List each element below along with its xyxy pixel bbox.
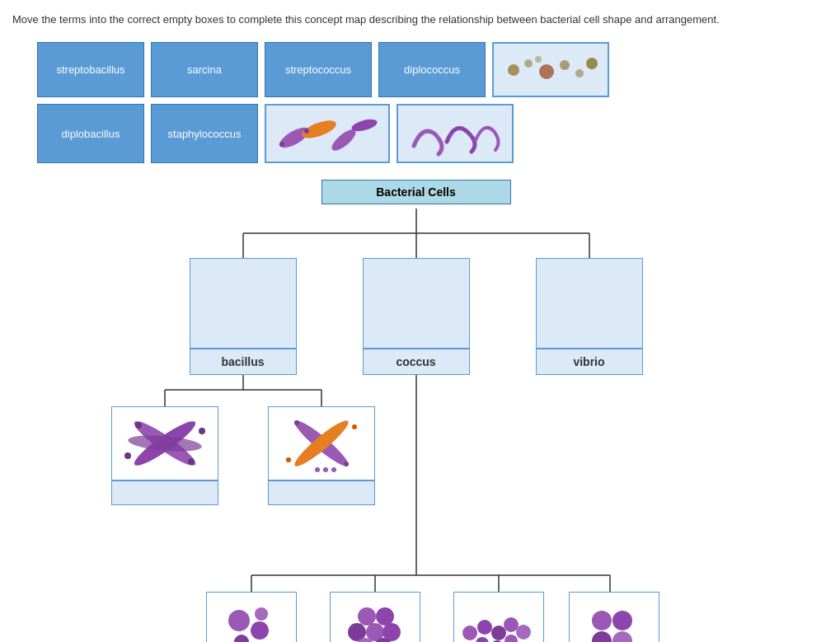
- svg-point-44: [228, 610, 250, 631]
- bacillus-child2-label-box[interactable]: [268, 480, 375, 505]
- coccus-image-box[interactable]: [363, 258, 470, 349]
- drag-area: streptobacillus sarcina streptococcus di…: [12, 42, 828, 163]
- svg-point-32: [188, 458, 195, 465]
- svg-point-59: [516, 625, 531, 640]
- term-rods-image[interactable]: [265, 104, 390, 163]
- coccus-child4-bacteria-icon: [573, 596, 655, 642]
- spirals-bacteria-icon: [401, 109, 509, 158]
- concept-map: Bacterial Cells bacillus coccus vibrio: [82, 180, 758, 642]
- svg-point-62: [504, 635, 518, 642]
- svg-point-3: [560, 60, 570, 70]
- svg-point-31: [135, 422, 142, 429]
- svg-point-0: [508, 64, 519, 76]
- term-sarcina[interactable]: sarcina: [151, 42, 258, 97]
- coccus-child3-bacteria-icon: [458, 596, 540, 642]
- svg-point-56: [477, 620, 492, 635]
- svg-point-65: [592, 631, 612, 642]
- bacillus-child1-image: [111, 406, 218, 480]
- term-spirals-image[interactable]: [397, 104, 514, 163]
- svg-point-34: [199, 428, 205, 434]
- bacillus-child1-bacteria-icon: [115, 410, 214, 476]
- svg-point-43: [331, 467, 336, 472]
- svg-point-1: [524, 59, 533, 68]
- term-staphylococcus[interactable]: staphylococcus: [151, 104, 258, 163]
- svg-point-11: [279, 142, 284, 147]
- coccus-child2-bacteria-icon: [334, 596, 416, 642]
- term-dots-image[interactable]: [492, 42, 609, 97]
- svg-point-5: [586, 58, 598, 69]
- coccus-child2-image: [330, 592, 420, 642]
- instructions-text: Move the terms into the correct empty bo…: [12, 12, 754, 27]
- bacillus-child2-bacteria-icon: [272, 410, 371, 476]
- svg-point-45: [251, 621, 269, 640]
- svg-point-47: [255, 607, 268, 621]
- coccus-child4-image: [569, 592, 659, 642]
- bacillus-label: bacillus: [190, 349, 297, 375]
- term-row-2: diplobacillus staphylococcus: [37, 104, 828, 163]
- svg-point-63: [592, 611, 612, 630]
- term-streptobacillus[interactable]: streptobacillus: [37, 42, 144, 97]
- svg-point-38: [344, 462, 349, 466]
- rods-bacteria-icon: [270, 109, 385, 158]
- svg-point-64: [612, 611, 632, 630]
- svg-point-2: [539, 64, 554, 79]
- svg-point-48: [358, 607, 376, 626]
- svg-point-42: [323, 467, 328, 472]
- term-diplococcus[interactable]: diplococcus: [378, 42, 486, 97]
- svg-point-55: [462, 626, 477, 640]
- svg-point-37: [294, 420, 299, 425]
- coccus-label: coccus: [363, 349, 470, 375]
- svg-point-46: [234, 635, 249, 642]
- bacillus-image-box[interactable]: [190, 258, 297, 349]
- svg-point-60: [476, 637, 489, 642]
- coccus-child1-bacteria-icon: [210, 596, 293, 642]
- svg-point-12: [304, 129, 309, 134]
- svg-point-57: [491, 626, 506, 640]
- bacillus-child1-label-box[interactable]: [111, 480, 218, 505]
- vibrio-image-box[interactable]: [536, 258, 643, 349]
- bacillus-child2-image: [268, 406, 375, 480]
- svg-point-4: [575, 69, 584, 77]
- svg-point-40: [286, 457, 291, 462]
- svg-point-66: [612, 631, 632, 642]
- svg-point-39: [352, 424, 357, 429]
- term-row-1: streptobacillus sarcina streptococcus di…: [37, 42, 828, 97]
- term-streptococcus[interactable]: streptococcus: [265, 42, 372, 97]
- svg-point-30: [127, 433, 202, 454]
- svg-point-6: [535, 56, 542, 63]
- vibrio-label: vibrio: [536, 349, 643, 375]
- svg-point-49: [376, 607, 394, 626]
- coccus-child1-image: [206, 592, 297, 642]
- dots-bacteria-icon: [497, 47, 604, 92]
- svg-point-33: [124, 452, 131, 459]
- svg-point-41: [315, 467, 320, 472]
- bacterial-cells-header: Bacterial Cells: [321, 180, 511, 204]
- svg-point-58: [504, 617, 519, 632]
- coccus-child3-image: [453, 592, 544, 642]
- term-diplobacillus[interactable]: diplobacillus: [37, 104, 144, 163]
